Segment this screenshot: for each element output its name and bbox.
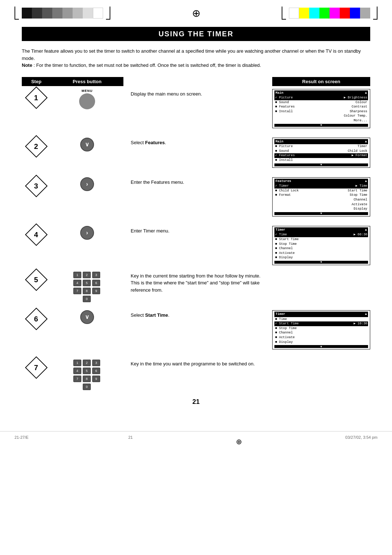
grayscale-strip bbox=[22, 8, 103, 19]
step-result-1: Main▲ ✓ Picture▶ Brightness ■ SoundColou… bbox=[272, 88, 370, 130]
step-desc-5: Key in the current time starting from th… bbox=[123, 270, 272, 296]
step-row-1: 1 MENU Display the main menu on screen. … bbox=[22, 88, 370, 130]
step-desc-3: Enter the Features menu. bbox=[123, 177, 272, 188]
footer-left: 21-27/E bbox=[15, 435, 29, 448]
step-button-col-4: › bbox=[51, 225, 123, 240]
note-text: : For the timer to function, the set mus… bbox=[32, 62, 261, 68]
step-number-1: 1 bbox=[22, 88, 51, 106]
intro-para1: The Timer feature allows you to set the … bbox=[22, 48, 370, 62]
menu-button[interactable] bbox=[79, 93, 95, 109]
intro-text: The Timer feature allows you to set the … bbox=[22, 48, 370, 69]
th-step: Step bbox=[22, 77, 51, 86]
step-row-3: 3 › Enter the Features menu. Features▲ ✓… bbox=[22, 177, 370, 219]
numpad-0[interactable]: 0 bbox=[83, 296, 91, 302]
numpad-7: 1 2 3 4 5 6 7 8 9 0 bbox=[73, 360, 101, 391]
table-header: Step Press button Result on screen bbox=[22, 77, 370, 86]
step-button-col-1: MENU bbox=[51, 88, 123, 109]
footer-center: 21 bbox=[128, 435, 132, 448]
step-button-col-7: 1 2 3 4 5 6 7 8 9 0 bbox=[51, 358, 123, 391]
numpad7-7[interactable]: 7 bbox=[73, 376, 81, 382]
step-diamond-7: 7 bbox=[25, 356, 48, 379]
screen-4: Timer▲ ✓ Time▶ 08:30 ■ Start Time ■ Stop… bbox=[272, 226, 370, 265]
chevron-down-button-6[interactable]: ∨ bbox=[80, 310, 94, 324]
footer-right: 03/27/02, 3:54 pm bbox=[345, 435, 377, 448]
crosshair-center: ⊕ bbox=[189, 7, 203, 20]
numpad7-0[interactable]: 0 bbox=[83, 384, 91, 390]
step-button-col-3: › bbox=[51, 177, 123, 191]
numpad-2[interactable]: 2 bbox=[83, 272, 91, 278]
numpad7-8[interactable]: 8 bbox=[83, 376, 91, 382]
page-title: Using the Timer bbox=[29, 30, 363, 38]
numpad-4[interactable]: 4 bbox=[73, 280, 81, 286]
numpad-6[interactable]: 6 bbox=[92, 280, 100, 286]
step-button-col-6: ∨ bbox=[51, 309, 123, 324]
step-desc-4: Enter Timer menu. bbox=[123, 225, 272, 237]
step-result-3: Features▲ ✓ Timer▶ Time ■ Child LockStar… bbox=[272, 177, 370, 219]
step-row-2: 2 ∨ Select Features. Main▲ ■ PictureTime… bbox=[22, 137, 370, 170]
step-number-6: 6 bbox=[22, 309, 51, 327]
screen-1: Main▲ ✓ Picture▶ Brightness ■ SoundColou… bbox=[272, 89, 370, 128]
intro-para2: Note : For the timer to function, the se… bbox=[22, 62, 370, 69]
step-result-6: Timer▲ ■ Time ✓ Start Time▶ 10:30 ■ Stop… bbox=[272, 309, 370, 352]
chevron-right-button-3[interactable]: › bbox=[80, 177, 94, 191]
numpad-7[interactable]: 7 bbox=[73, 288, 81, 294]
chevron-down-button-2[interactable]: ∨ bbox=[80, 138, 94, 151]
page-content: Using the Timer The Timer feature allows… bbox=[0, 23, 392, 428]
step-diamond-4: 4 bbox=[25, 223, 48, 246]
numpad-8[interactable]: 8 bbox=[83, 288, 91, 294]
step-number-4: 4 bbox=[22, 225, 51, 243]
step-result-5 bbox=[272, 270, 370, 271]
step-result-2: Main▲ ■ PictureTimer ■ SoundChild Lock ✓… bbox=[272, 137, 370, 170]
step-result-4-5: Timer▲ ✓ Time▶ 08:30 ■ Start Time ■ Stop… bbox=[272, 225, 370, 267]
page-title-bar: Using the Timer bbox=[22, 27, 370, 41]
step-button-col-2: ∨ bbox=[51, 137, 123, 151]
step-row-4: 4 › Enter Timer menu. Timer▲ ✓ Time▶ 08:… bbox=[22, 225, 370, 267]
step-row-6: 6 ∨ Select Start Time. Timer▲ ■ Time ✓ S… bbox=[22, 309, 370, 352]
numpad7-5[interactable]: 5 bbox=[83, 368, 91, 374]
step-diamond-3: 3 bbox=[25, 175, 48, 197]
numpad7-3[interactable]: 3 bbox=[92, 360, 100, 366]
screen-6: Timer▲ ■ Time ✓ Start Time▶ 10:30 ■ Stop… bbox=[272, 310, 370, 349]
step-diamond-2: 2 bbox=[25, 135, 48, 158]
numpad7-9[interactable]: 9 bbox=[92, 376, 100, 382]
screen-3: Features▲ ✓ Timer▶ Time ■ Child LockStar… bbox=[272, 177, 370, 216]
step-number-5: 5 bbox=[22, 270, 51, 288]
numpad-1[interactable]: 1 bbox=[73, 272, 81, 278]
note-label: Note bbox=[22, 62, 32, 68]
color-strip-right bbox=[289, 8, 370, 19]
step-number-3: 3 bbox=[22, 177, 51, 194]
numpad7-4[interactable]: 4 bbox=[73, 368, 81, 374]
step-number-2: 2 bbox=[22, 137, 51, 154]
step-diamond-5: 5 bbox=[25, 268, 48, 291]
step-row-5: 5 1 2 3 4 5 6 7 8 9 0 Key in the current… bbox=[22, 270, 370, 303]
numpad7-1[interactable]: 1 bbox=[73, 360, 81, 366]
numpad-5: 1 2 3 4 5 6 7 8 9 0 bbox=[73, 272, 101, 303]
step-desc-1: Display the main menu on screen. bbox=[123, 88, 272, 100]
chevron-right-button-4[interactable]: › bbox=[80, 226, 94, 240]
numpad7-2[interactable]: 2 bbox=[83, 360, 91, 366]
numpad-9[interactable]: 9 bbox=[92, 288, 100, 294]
step-desc-2: Select Features. bbox=[123, 137, 272, 149]
menu-label: MENU bbox=[82, 89, 93, 93]
step-diamond-1: 1 bbox=[25, 86, 48, 109]
step-desc-6: Select Start Time. bbox=[123, 309, 272, 321]
numpad-3[interactable]: 3 bbox=[92, 272, 100, 278]
footer: 21-27/E 21 ⊕ 03/27/02, 3:54 pm bbox=[0, 431, 392, 452]
crosshair-footer: ⊕ bbox=[232, 435, 245, 448]
th-result: Result on screen bbox=[272, 77, 370, 86]
step-result-7 bbox=[272, 358, 370, 359]
step-button-col-5: 1 2 3 4 5 6 7 8 9 0 bbox=[51, 270, 123, 303]
th-press: Press button bbox=[51, 77, 123, 86]
numpad-5[interactable]: 5 bbox=[83, 280, 91, 286]
step-row-7: 7 1 2 3 4 5 6 7 8 9 0 Key in the time yo… bbox=[22, 358, 370, 391]
top-color-bars: ⊕ bbox=[0, 0, 392, 20]
step-number-7: 7 bbox=[22, 358, 51, 376]
screen-2: Main▲ ■ PictureTimer ■ SoundChild Lock ✓… bbox=[272, 138, 370, 168]
page-number: 21 bbox=[22, 398, 370, 406]
step-desc-7: Key in the time you want the programme t… bbox=[123, 358, 272, 370]
step-diamond-6: 6 bbox=[25, 308, 48, 330]
numpad7-6[interactable]: 6 bbox=[92, 368, 100, 374]
